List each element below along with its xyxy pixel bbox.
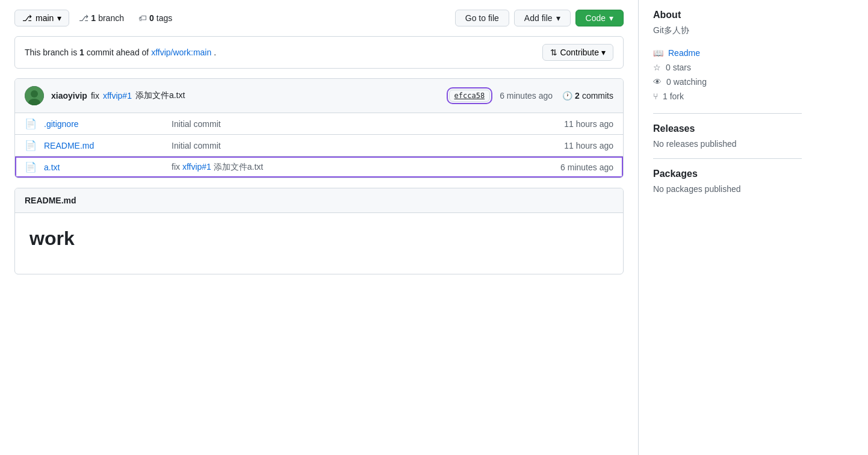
sidebar-no-packages: No packages published <box>653 184 802 194</box>
commit-message-after: 添加文件a.txt <box>135 90 185 101</box>
readme-header: README.md <box>15 188 623 213</box>
readme-title: work <box>29 228 609 250</box>
commit-row: xiaoyivip fix xffvip#1 添加文件a.txt efcca58… <box>15 79 623 113</box>
branch-notice-text: This branch is 1 commit ahead of xffvip/… <box>25 48 216 57</box>
file-commit-message: Initial commit <box>172 141 534 150</box>
chevron-down-icon: ▾ <box>57 13 61 23</box>
branches-link[interactable]: ⎇ 1 branch <box>74 10 129 26</box>
sidebar-divider <box>653 113 802 114</box>
branches-count: 1 <box>91 13 96 23</box>
sidebar: About Git多人协 📖 Readme ☆ 0 stars 👁 0 watc… <box>638 0 816 455</box>
book-icon: 📖 <box>653 48 663 58</box>
commit-time: 6 minutes ago <box>500 91 553 101</box>
file-name-link[interactable]: .gitignore <box>44 119 164 129</box>
file-commit-message: Initial commit <box>172 119 534 129</box>
file-icon: 📄 <box>25 118 37 129</box>
file-commit-pr-link[interactable]: xffvip#1 <box>182 162 211 172</box>
svg-point-1 <box>31 90 38 98</box>
commits-count: 🕐 2 commits <box>562 91 613 101</box>
upstream-link[interactable]: xffvip/work:main <box>151 48 211 57</box>
sidebar-description: Git多人协 <box>653 25 802 36</box>
commit-info: xiaoyivip fix xffvip#1 添加文件a.txt <box>51 90 442 101</box>
sidebar-no-releases: No releases published <box>653 139 802 149</box>
branch-icon: ⎇ <box>22 13 32 23</box>
sidebar-packages-title: Packages <box>653 169 802 179</box>
file-row-highlighted: 📄 a.txt fix xffvip#1 添加文件a.txt 6 minutes… <box>15 156 623 178</box>
chevron-down-icon: ▾ <box>609 13 613 23</box>
tags-link[interactable]: 🏷 0 tags <box>134 10 177 26</box>
readme-section: README.md work <box>14 188 624 274</box>
readme-body: work <box>15 213 623 274</box>
file-time: 6 minutes ago <box>541 162 613 172</box>
branch-selector[interactable]: ⎇ main ▾ <box>14 10 69 26</box>
stars-count: 0 stars <box>666 63 691 72</box>
file-icon: 📄 <box>25 140 37 151</box>
code-button[interactable]: Code ▾ <box>575 10 624 26</box>
branch-label: main <box>36 13 54 23</box>
contribute-icon: ⇅ <box>550 48 557 57</box>
forks-count: 1 fork <box>663 91 684 101</box>
chevron-down-icon: ▾ <box>556 13 560 23</box>
sidebar-item-forks: ⑂ 1 fork <box>653 89 802 104</box>
avatar <box>25 86 44 105</box>
commit-author: xiaoyivip <box>51 91 87 101</box>
file-table: xiaoyivip fix xffvip#1 添加文件a.txt efcca58… <box>14 78 624 178</box>
toolbar: ⎇ main ▾ ⎇ 1 branch 🏷 0 tags Go to file … <box>14 10 624 26</box>
star-icon: ☆ <box>653 63 661 72</box>
chevron-down-icon: ▾ <box>601 48 606 57</box>
branch-count-icon: ⎇ <box>79 13 88 23</box>
commit-hash-link[interactable]: efcca58 <box>449 90 491 102</box>
commit-meta: efcca58 6 minutes ago 🕐 2 commits <box>449 90 613 102</box>
watchers-count: 0 watching <box>666 77 707 87</box>
file-time: 11 hours ago <box>541 119 613 129</box>
file-time: 11 hours ago <box>541 141 613 150</box>
sidebar-item-stars: ☆ 0 stars <box>653 60 802 75</box>
tags-label: tags <box>157 13 172 23</box>
readme-link[interactable]: Readme <box>668 48 700 58</box>
add-file-button[interactable]: Add file ▾ <box>514 10 571 26</box>
sidebar-releases-title: Releases <box>653 123 802 134</box>
file-commit-message: fix xffvip#1 添加文件a.txt <box>172 162 534 173</box>
branch-notice: This branch is 1 commit ahead of xffvip/… <box>14 36 624 69</box>
fork-icon: ⑂ <box>653 91 658 101</box>
sidebar-item-watchers: 👁 0 watching <box>653 75 802 89</box>
sidebar-item-readme: 📖 Readme <box>653 46 802 60</box>
commit-message-before: fix <box>91 91 99 101</box>
eye-icon: 👁 <box>653 77 662 87</box>
history-icon: 🕐 <box>562 91 572 101</box>
sidebar-about-title: About <box>653 10 802 20</box>
branches-label: branch <box>98 13 124 23</box>
commit-pr-link[interactable]: xffvip#1 <box>103 91 132 101</box>
file-row: 📄 README.md Initial commit 11 hours ago <box>15 135 623 156</box>
sidebar-divider-2 <box>653 158 802 159</box>
file-icon: 📄 <box>25 161 37 173</box>
tags-count: 0 <box>149 13 154 23</box>
tag-icon: 🏷 <box>138 13 147 23</box>
file-row: 📄 .gitignore Initial commit 11 hours ago <box>15 113 623 135</box>
file-name-link[interactable]: README.md <box>44 141 164 150</box>
goto-file-button[interactable]: Go to file <box>455 10 509 26</box>
contribute-button[interactable]: ⇅ Contribute ▾ <box>542 44 613 61</box>
file-name-link[interactable]: a.txt <box>44 162 164 172</box>
